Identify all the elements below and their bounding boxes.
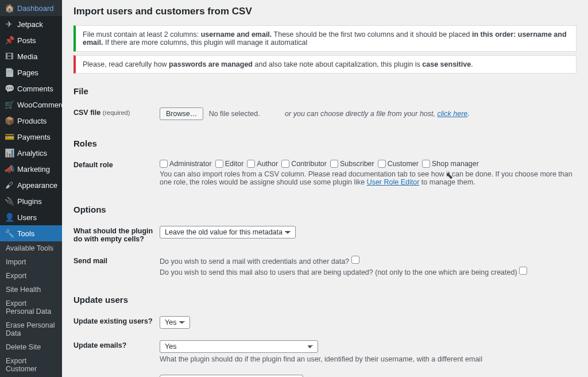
update-emails-help: What the plugin should do if the plugin …: [160, 355, 577, 363]
sidebar-item-label: Dashboard: [17, 4, 54, 13]
no-file-text: No file selected.: [209, 110, 260, 118]
user-icon: 👤: [5, 213, 14, 222]
page-icon: 📄: [5, 68, 14, 77]
dashboard-icon: 🏠: [5, 3, 14, 13]
sidebar-item-appearance[interactable]: 🖌Appearance: [0, 177, 62, 193]
update-emails-label: Update emails?: [74, 334, 160, 369]
file-host-hint: or you can choose directly a file from y…: [285, 110, 470, 118]
chart-icon: 📊: [5, 148, 14, 157]
sidebar-item-label: Media: [17, 52, 37, 61]
product-icon: 📦: [5, 116, 14, 125]
wrench-icon: 🔧: [5, 229, 14, 238]
sidebar-item-dashboard[interactable]: 🏠Dashboard: [0, 0, 62, 16]
role-editor-checkbox[interactable]: [215, 160, 223, 168]
update-emails-select[interactable]: Yes: [160, 340, 318, 353]
user-role-editor-link[interactable]: User Role Editor: [367, 178, 420, 186]
sidebar-item-payments[interactable]: 💳Payments: [0, 129, 62, 145]
megaphone-icon: 📣: [5, 164, 14, 174]
sub-import[interactable]: Import: [0, 255, 62, 269]
update-roles-label: Update roles for existing users?: [74, 369, 160, 377]
sidebar-item-comments[interactable]: 💬Comments: [0, 80, 62, 97]
mail-q1-row: Do you wish to send a mail with credenti…: [160, 256, 577, 266]
sidebar-item-label: Tools: [17, 229, 34, 238]
sub-erase-personal[interactable]: Erase Personal Data: [0, 318, 62, 340]
notice-passwords: Please, read carefully how passwords are…: [74, 55, 577, 74]
sidebar-item-posts[interactable]: 📌Posts: [0, 32, 62, 48]
sidebar-item-label: Marketing: [17, 165, 50, 174]
role-help-text: You can also import roles from a CSV col…: [160, 170, 577, 186]
sub-export-personal[interactable]: Export Personal Data: [0, 297, 62, 318]
sidebar-item-label: Payments: [17, 133, 51, 141]
comment-icon: 💬: [5, 84, 14, 93]
send-mail-label: Send mail: [74, 250, 160, 282]
send-mail-updated-checkbox[interactable]: [519, 267, 527, 275]
sidebar-item-jetpack[interactable]: ✈Jetpack: [0, 16, 62, 32]
role-checkbox-row: Administrator Editor Author Contributor …: [160, 160, 577, 168]
sidebar-item-products[interactable]: 📦Products: [0, 113, 62, 129]
sidebar-item-label: Users: [17, 213, 37, 222]
plugin-icon: 🔌: [5, 197, 14, 206]
sidebar-submenu: Available Tools Import Export Site Healt…: [0, 241, 62, 377]
send-mail-checkbox[interactable]: [351, 256, 359, 264]
admin-sidebar: 🏠Dashboard ✈Jetpack 📌Posts 🎞Media 📄Pages…: [0, 0, 62, 377]
csv-file-label: CSV file (required): [74, 102, 160, 126]
sidebar-item-tools[interactable]: 🔧Tools: [0, 225, 62, 241]
sidebar-item-label: Pages: [17, 68, 38, 77]
sidebar-item-label: Jetpack: [17, 20, 43, 29]
role-administrator-checkbox[interactable]: [160, 160, 168, 168]
brush-icon: 🖌: [5, 180, 14, 190]
sub-site-health[interactable]: Site Health: [0, 283, 62, 297]
sidebar-item-label: Analytics: [17, 149, 47, 157]
sidebar-item-label: WooCommerce: [17, 101, 62, 109]
role-customer-checkbox[interactable]: [378, 160, 386, 168]
empty-cells-label: What should the plugin do with empty cel…: [74, 220, 160, 250]
notice-columns: File must contain at least 2 columns: us…: [74, 25, 577, 52]
section-options: Options: [74, 205, 577, 214]
browse-button[interactable]: Browse…: [160, 107, 203, 120]
sidebar-item-label: Posts: [17, 36, 36, 45]
media-icon: 🎞: [5, 52, 14, 61]
page-title: Import users and customers from CSV: [74, 6, 577, 17]
sidebar-item-woocommerce[interactable]: 🛒WooCommerce: [0, 97, 62, 113]
section-roles: Roles: [74, 139, 577, 148]
update-existing-label: Update existing users?: [74, 310, 160, 334]
payment-icon: 💳: [5, 132, 14, 141]
sub-export[interactable]: Export: [0, 269, 62, 283]
sidebar-item-label: Plugins: [17, 197, 42, 206]
sidebar-item-plugins[interactable]: 🔌Plugins: [0, 193, 62, 209]
update-roles-select[interactable]: No: [160, 375, 303, 377]
sidebar-item-marketing[interactable]: 📣Marketing: [0, 161, 62, 177]
default-role-label: Default role: [74, 154, 160, 192]
pin-icon: 📌: [5, 36, 14, 45]
sidebar-item-users[interactable]: 👤Users: [0, 209, 62, 225]
sidebar-item-pages[interactable]: 📄Pages: [0, 64, 62, 80]
mail-q2-row: Do you wish to send this mail also to us…: [160, 267, 577, 276]
click-here-link[interactable]: click here: [438, 110, 468, 118]
sub-export-customer[interactable]: Export Customer: [0, 354, 62, 376]
cart-icon: 🛒: [5, 100, 14, 109]
section-update: Update users: [74, 295, 577, 305]
sidebar-item-label: Appearance: [17, 181, 57, 190]
sidebar-item-analytics[interactable]: 📊Analytics: [0, 145, 62, 161]
empty-cells-select[interactable]: Leave the old value for this metadata: [160, 226, 296, 238]
role-shop-manager-checkbox[interactable]: [422, 160, 430, 168]
sub-available-tools[interactable]: Available Tools: [0, 241, 62, 255]
role-subscriber-checkbox[interactable]: [330, 160, 338, 168]
sidebar-item-media[interactable]: 🎞Media: [0, 48, 62, 64]
sidebar-item-label: Comments: [17, 84, 53, 93]
role-author-checkbox[interactable]: [247, 160, 255, 168]
jetpack-icon: ✈: [5, 20, 14, 29]
sidebar-item-label: Products: [17, 117, 47, 125]
sub-delete-site[interactable]: Delete Site: [0, 340, 62, 354]
role-contributor-checkbox[interactable]: [281, 160, 289, 168]
section-file: File: [74, 86, 577, 96]
update-existing-select[interactable]: Yes: [160, 316, 190, 329]
main-content: Import users and customers from CSV File…: [62, 0, 588, 377]
